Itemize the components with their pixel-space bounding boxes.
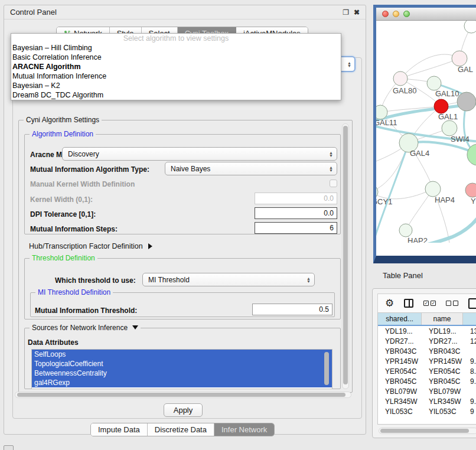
attribute-list-item[interactable]: SelfLoops	[32, 350, 332, 359]
network-canvas[interactable]: GALGAL80GAL10GAL1GAL11SWI4GAL4GCY1HAP4YH…	[376, 21, 476, 243]
dropdown-item[interactable]: Dream8 DC_TDC Algorithm	[11, 90, 341, 100]
table-panel: ⚙ ✓✓ shared...name YDL19...YDL19...13YDR…	[372, 288, 476, 438]
minimize-traffic-light-icon[interactable]	[393, 11, 399, 17]
table-cell: YIL053C	[422, 406, 463, 415]
aracne-mode-combo[interactable]: Discovery ▲▼	[62, 147, 337, 161]
mi-type-label: Mutual Information Algorithm Type:	[30, 165, 149, 174]
network-node-gal10[interactable]	[427, 76, 441, 90]
mi-type-combo[interactable]: Naive Bayes ▲▼	[165, 162, 337, 175]
manual-kernel-checkbox[interactable]	[330, 180, 337, 187]
aracne-mode-value: Discovery	[68, 150, 99, 158]
column-split-icon[interactable]	[404, 299, 413, 308]
threshold-definition-title: Threshold Definition	[30, 254, 97, 262]
table-row[interactable]: YIL053CYIL053C9	[378, 406, 476, 415]
gear-icon[interactable]: ⚙	[385, 298, 394, 308]
control-panel-title: Control Panel	[10, 8, 57, 17]
attr-list-scrollbar-thumb[interactable]	[324, 352, 329, 385]
dropdown-item[interactable]: Bayesian – K2	[11, 81, 341, 90]
network-node-y[interactable]	[465, 183, 476, 197]
dropdown-item[interactable]: Mutual Information Inference	[11, 71, 341, 81]
tab-discretize-data[interactable]: Discretize Data	[148, 423, 214, 436]
combo-arrows-icon: ▲▼	[347, 61, 351, 67]
table-row[interactable]: YBR043CYBR043C	[378, 346, 476, 356]
attribute-list-item[interactable]: gal4RGexp	[32, 378, 332, 387]
table-cell: YPR145W	[422, 356, 463, 366]
network-node[interactable]	[467, 144, 476, 165]
column-header[interactable]	[463, 313, 476, 325]
network-node-label: SWI4	[451, 135, 470, 144]
sources-group-title[interactable]: Sources for Network Inference	[30, 324, 141, 332]
network-window-titlebar[interactable]	[376, 8, 476, 21]
which-threshold-value: MI Threshold	[148, 276, 190, 284]
checked-pair-icon[interactable]: ✓✓	[423, 301, 436, 306]
table-row[interactable]: YPR145WYPR145W9.	[378, 356, 476, 366]
table-panel-title: Table Panel	[383, 271, 423, 280]
network-node-gal11[interactable]	[376, 105, 387, 119]
zoom-traffic-light-icon[interactable]	[403, 11, 410, 17]
table-row[interactable]: YDR27...YDR27...12	[378, 336, 476, 346]
document-icon[interactable]	[468, 298, 476, 309]
column-header[interactable]: shared...	[378, 313, 422, 325]
mi-threshold-label: Mutual Information Threshold:	[35, 306, 137, 315]
table-row[interactable]: YBR045CYBR045C9.	[378, 376, 476, 386]
close-window-icon[interactable]: ✖	[354, 9, 360, 16]
dpi-tolerance-field[interactable]	[255, 207, 337, 219]
node-table: shared...name YDL19...YDL19...13YDR27...…	[377, 312, 476, 425]
expanded-arrow-icon	[132, 325, 138, 330]
hub-definition-label: Hub/Transcription Factor Definition	[29, 242, 143, 250]
dropdown-item[interactable]: Basic Correlation Inference	[11, 53, 341, 62]
kernel-width-field[interactable]	[255, 193, 337, 204]
network-node-label: GAL10	[435, 89, 459, 98]
table-horizontal-scrollbar-thumb[interactable]	[380, 429, 469, 433]
settings-horizontal-scrollbar-thumb[interactable]	[17, 393, 345, 397]
network-node-hap4[interactable]	[425, 181, 441, 197]
table-cell: YLR345W	[378, 396, 422, 406]
network-node[interactable]	[464, 21, 476, 33]
dropdown-item[interactable]: Bayesian – Hill Climbing	[11, 43, 341, 53]
settings-vertical-scrollbar-thumb[interactable]	[343, 126, 348, 384]
network-node-label: GAL11	[376, 118, 397, 127]
mi-threshold-field[interactable]	[252, 304, 332, 315]
table-panel-toolbar: ⚙ ✓✓	[377, 294, 476, 312]
attribute-list-item[interactable]: BetweennessCentrality	[32, 369, 332, 378]
manual-kernel-label: Manual Kernel Width Definition	[30, 180, 135, 188]
tab-infer-network[interactable]: Infer Network	[214, 423, 274, 436]
close-traffic-light-icon[interactable]	[382, 11, 389, 17]
settings-horizontal-scrollbar[interactable]	[15, 392, 351, 398]
data-attributes-label: Data Attributes	[28, 338, 79, 347]
network-node-gal1[interactable]	[434, 99, 448, 113]
table-cell: 13	[463, 326, 476, 336]
table-cell: YDL19...	[422, 326, 463, 336]
mi-threshold-group-title: MI Threshold Definition	[35, 288, 113, 296]
tab-impute-data[interactable]: Impute Data	[91, 423, 148, 436]
algorithm-definition-title: Algorithm Definition	[30, 130, 96, 138]
network-node-gal80[interactable]	[393, 71, 407, 86]
network-node-label: GAL4	[410, 149, 429, 158]
table-rows: YDL19...YDL19...13YDR27...YDR27...12YBR0…	[378, 326, 476, 415]
network-node-hap2[interactable]	[399, 224, 412, 237]
float-panel-button[interactable]	[4, 445, 14, 450]
attr-list-scrollbar[interactable]	[324, 351, 330, 387]
column-header[interactable]: name	[422, 313, 463, 325]
unchecked-pair-icon[interactable]	[446, 301, 458, 306]
hub-definition-toggle[interactable]: Hub/Transcription Factor Definition	[29, 242, 152, 250]
attribute-list-item[interactable]: TopologicalCoefficient	[32, 359, 332, 369]
mi-steps-field[interactable]	[255, 222, 337, 234]
network-node-swi4[interactable]	[442, 120, 457, 136]
settings-vertical-scrollbar[interactable]	[342, 123, 349, 389]
table-horizontal-scrollbar[interactable]	[379, 428, 476, 434]
float-window-icon[interactable]: ❐	[343, 9, 349, 16]
mi-type-value: Naive Bayes	[171, 165, 210, 173]
network-node-gal[interactable]	[452, 51, 467, 66]
algorithm-dropdown-prompt: Select algorithm to view settings	[11, 34, 341, 43]
apply-button[interactable]: Apply	[164, 403, 203, 417]
table-row[interactable]: YLR345WYLR345W9.	[378, 396, 476, 406]
which-threshold-combo[interactable]: MI Threshold ▲▼	[142, 273, 315, 286]
dropdown-item[interactable]: ARACNE Algorithm	[11, 62, 341, 71]
network-node[interactable]	[457, 92, 476, 111]
table-row[interactable]: YDL19...YDL19...13	[378, 326, 476, 336]
table-row[interactable]: YER054CYER054C8.	[378, 366, 476, 376]
table-row[interactable]: YBL079WYBL079W	[378, 386, 476, 396]
data-attributes-list[interactable]: SelfLoopsTopologicalCoefficientBetweenne…	[31, 349, 332, 389]
table-cell	[463, 386, 476, 396]
